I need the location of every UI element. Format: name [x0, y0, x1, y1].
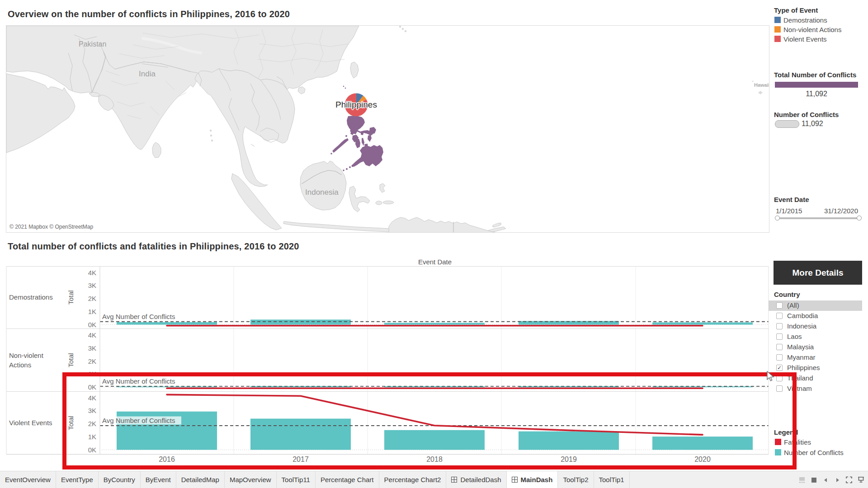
- checkbox-icon[interactable]: [776, 385, 783, 392]
- chart-title: Total number of conflicts and fatalities…: [8, 241, 299, 252]
- conflicts-bar[interactable]: [250, 319, 351, 324]
- small-multiples-chart[interactable]: 0K1K2K3K4KAvg Number of ConflictsDemostr…: [6, 266, 769, 465]
- checkbox-icon[interactable]: [776, 344, 783, 350]
- tab-label: DetailedMap: [181, 476, 219, 483]
- conflicts-bar[interactable]: [384, 323, 485, 324]
- taiwan: [350, 62, 359, 78]
- conflicts-bar[interactable]: [652, 436, 753, 450]
- tab-bycountry[interactable]: ByCountry: [99, 471, 141, 488]
- next-arrow-icon[interactable]: [834, 476, 841, 486]
- legend-item-label: Violent Events: [783, 35, 827, 43]
- tab-byevent[interactable]: ByEvent: [141, 471, 176, 488]
- indonesia-label: Indonesia: [305, 188, 339, 197]
- dashboard-grid-icon: [512, 477, 518, 483]
- asia-map: Pakistan India Indonesia Hawaii Philippi…: [6, 26, 769, 233]
- right-sidebar: Type of EventDemostrationsNon-violent Ac…: [769, 0, 868, 471]
- tab-detaileddash[interactable]: DetailedDash: [446, 471, 506, 488]
- ryukyu2: [402, 28, 403, 29]
- country-option-philippines[interactable]: ✓Philippines: [769, 363, 862, 373]
- country-option-vietnam[interactable]: Vietnam: [769, 384, 862, 394]
- tab-tooltip11[interactable]: ToolTip11: [277, 471, 316, 488]
- slider-handle-right-icon[interactable]: [857, 216, 862, 221]
- borneo: [300, 161, 346, 210]
- tab-label: EventType: [61, 476, 93, 483]
- total-conflicts-bar[interactable]: [775, 82, 858, 88]
- y-tick-label: 0K: [88, 383, 96, 391]
- panel-demostrations: 0K1K2K3K4KAvg Number of ConflictsDemostr…: [9, 269, 769, 328]
- y-tick-label: 4K: [88, 269, 96, 277]
- country-option-indonesia[interactable]: Indonesia: [769, 321, 862, 332]
- tab-percentagechart[interactable]: Percentage Chart: [316, 471, 379, 488]
- checkbox-icon[interactable]: [776, 354, 783, 361]
- conflicts-bar[interactable]: [652, 322, 753, 324]
- tab-detailedmap[interactable]: DetailedMap: [176, 471, 225, 488]
- country-option-label: Cambodia: [787, 312, 818, 319]
- conflicts-bar[interactable]: [117, 322, 217, 324]
- dashboard-page: Overview on the number of conflicts in P…: [0, 0, 868, 488]
- halmahera: [380, 183, 385, 192]
- previous-arrow-icon[interactable]: [822, 476, 829, 486]
- buru: [376, 201, 382, 205]
- country-option-malaysia[interactable]: Malaysia: [769, 342, 862, 352]
- fullscreen-icon[interactable]: [846, 476, 853, 486]
- country-option-laos[interactable]: Laos: [769, 332, 862, 342]
- luzon: [347, 116, 373, 136]
- checkbox-icon[interactable]: [776, 313, 783, 319]
- x-tick-label: 2017: [292, 455, 309, 463]
- checkbox-icon[interactable]: [776, 323, 783, 329]
- checkbox-icon[interactable]: [776, 375, 783, 381]
- stop-icon[interactable]: [811, 476, 817, 486]
- checkbox-icon[interactable]: [776, 333, 783, 340]
- total-conflicts-heading: Total Number of Conflicts: [774, 71, 856, 79]
- avg-reference-label: Avg Number of Conflicts: [102, 377, 175, 385]
- tab-maindash[interactable]: MainDash: [507, 471, 558, 488]
- sheet-thumbnails-icon[interactable]: [799, 476, 806, 486]
- country-option-label: (All): [787, 301, 799, 309]
- tab-eventtype[interactable]: EventType: [56, 471, 99, 488]
- conflicts-bar[interactable]: [250, 419, 351, 450]
- sulawesi: [349, 186, 370, 212]
- tab-label: MapOverview: [230, 476, 271, 483]
- tab-tooltip1[interactable]: ToolTip1: [594, 471, 630, 488]
- mouse-cursor-icon: [767, 371, 775, 385]
- mindanao: [352, 145, 383, 167]
- ryukyu3: [405, 30, 406, 32]
- country-option-label: Philippines: [787, 364, 820, 371]
- country-option-cambodia[interactable]: Cambodia: [769, 311, 862, 321]
- status-icon-cluster: [799, 476, 864, 485]
- tab-label: ToolTip2: [563, 476, 588, 483]
- fatalities-line: [167, 394, 703, 435]
- indochina: [195, 69, 295, 187]
- more-details-button[interactable]: More Details: [774, 261, 862, 285]
- slider-handle-left-icon[interactable]: [775, 216, 780, 221]
- page-title: Overview on the number of conflicts in P…: [8, 9, 290, 19]
- x-tick-label: 2019: [561, 455, 577, 463]
- event-date-slider[interactable]: [775, 215, 862, 221]
- y-tick-label: 4K: [88, 331, 96, 339]
- checkbox-icon[interactable]: [776, 302, 783, 309]
- tab-mapoverview[interactable]: MapOverview: [225, 471, 277, 488]
- legend-item-label: Demostrations: [783, 16, 827, 24]
- checkbox-checked-icon[interactable]: ✓: [776, 365, 783, 371]
- tab-label: ByCountry: [104, 476, 135, 483]
- palawan: [332, 138, 349, 153]
- slider-track[interactable]: [776, 217, 861, 219]
- y-tick-label: 2K: [88, 295, 96, 302]
- java: [283, 221, 407, 232]
- sulu3: [343, 169, 344, 171]
- tab-tooltip2[interactable]: ToolTip2: [558, 471, 594, 488]
- country-option-all[interactable]: (All): [769, 300, 862, 311]
- sri-lanka: [152, 142, 161, 158]
- conflicts-bar[interactable]: [384, 430, 485, 450]
- tab-eventoverview[interactable]: EventOverview: [0, 471, 56, 488]
- y-tick-label: 1K: [88, 308, 96, 315]
- legend-color-swatch: [774, 26, 781, 33]
- country-option-thailand[interactable]: Thailand: [769, 373, 862, 384]
- tab-percentagechart2[interactable]: Percentage Chart2: [379, 471, 447, 488]
- number-of-conflicts-pill[interactable]: [775, 120, 799, 128]
- hawaii-island2: [752, 80, 754, 82]
- presentation-mode-icon[interactable]: [858, 476, 864, 486]
- conflicts-bar[interactable]: [519, 432, 619, 450]
- map[interactable]: Pakistan India Indonesia Hawaii Philippi…: [6, 25, 769, 233]
- country-option-myanmar[interactable]: Myanmar: [769, 352, 862, 363]
